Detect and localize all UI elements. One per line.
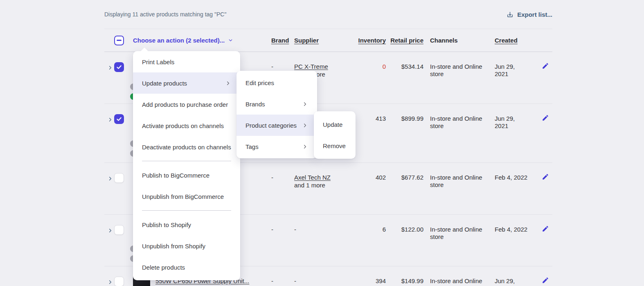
results-status-text: Displaying 11 active products matching t… xyxy=(104,11,226,18)
created-cell: Jun 29, 2021 xyxy=(495,266,539,286)
chevron-right-icon xyxy=(302,101,308,107)
row-checkbox-unchecked[interactable] xyxy=(114,277,124,286)
product-categories-submenu: Update Remove xyxy=(314,111,356,159)
pencil-icon xyxy=(542,114,550,122)
submenu-item-edit-prices[interactable]: Edit prices xyxy=(236,72,317,93)
edit-product-button[interactable] xyxy=(539,52,552,70)
retail-price-cell: $149.99 xyxy=(401,266,423,284)
choose-action-dropdown[interactable]: Choose an action (2 selected)... xyxy=(133,37,271,44)
edit-product-button[interactable] xyxy=(539,163,552,181)
column-header-channels: Channels xyxy=(423,37,495,44)
export-list-label: Export list... xyxy=(517,11,552,18)
menu-item-delete-products[interactable]: Delete products xyxy=(133,257,240,278)
menu-item-label: Update products xyxy=(142,80,187,87)
row-checkbox-checked[interactable] xyxy=(114,114,124,124)
inventory-cell: 6 xyxy=(383,215,386,233)
menu-item-print-labels[interactable]: Print Labels xyxy=(133,51,240,72)
supplier-link[interactable]: Axel Tech NZ xyxy=(294,174,331,181)
column-header-created[interactable]: Created xyxy=(495,37,539,44)
submenu-item-tags[interactable]: Tags xyxy=(236,136,317,157)
supplier-link[interactable]: PC X-Treme xyxy=(294,63,328,70)
submenu-item-brands[interactable]: Brands xyxy=(236,93,317,115)
products-page: Displaying 11 active products matching t… xyxy=(0,0,644,286)
created-cell: Feb 4, 2022 xyxy=(495,163,539,181)
created-cell: Jun 29, 2021 xyxy=(495,104,539,130)
created-cell: Feb 4, 2022 xyxy=(495,215,539,233)
toolbar: Displaying 11 active products matching t… xyxy=(104,0,552,29)
row-checkbox-unchecked[interactable] xyxy=(114,225,124,235)
menu-item-publish-bigcommerce[interactable]: Publish to BigCommerce xyxy=(133,164,240,186)
expand-row-chevron-icon[interactable] xyxy=(104,163,114,182)
row-checkbox-unchecked[interactable] xyxy=(114,173,124,183)
retail-price-cell: $677.62 xyxy=(401,163,423,181)
brand-cell: - xyxy=(271,215,294,233)
submenu-item-label: Brands xyxy=(245,101,265,108)
channels-cell: In-store and Online store xyxy=(423,104,495,130)
created-cell: Jun 29, 2021 xyxy=(495,52,539,78)
export-list-button[interactable]: Export list... xyxy=(507,11,552,18)
actions-dropdown-menu: Print Labels Update products Add product… xyxy=(133,51,240,280)
menu-item-deactivate-on-channels[interactable]: Deactivate products on channels xyxy=(133,136,240,158)
supplier-cell: - xyxy=(294,215,356,233)
column-header-retail-price[interactable]: Retail price xyxy=(390,37,423,44)
menu-item-add-to-purchase-order[interactable]: Add products to purchase order xyxy=(133,94,240,115)
brand-cell: - xyxy=(271,163,294,181)
menu-item-unpublish-shopify[interactable]: Unpublish from Shopify xyxy=(133,235,240,257)
chevron-right-icon xyxy=(302,122,308,128)
menu-item-publish-shopify[interactable]: Publish to Shopify xyxy=(133,214,240,235)
retail-price-cell: $899.99 xyxy=(401,104,423,122)
brand-cell: - xyxy=(271,266,294,285)
update-products-submenu: Edit prices Brands Product categories Ta… xyxy=(236,71,317,158)
inventory-cell: 394 xyxy=(376,266,386,284)
inventory-cell: 402 xyxy=(376,163,386,181)
menu-divider xyxy=(142,161,231,161)
edit-product-button[interactable] xyxy=(539,266,552,284)
retail-price-cell: $122.00 xyxy=(401,215,423,233)
brand-cell: - xyxy=(271,52,294,70)
menu-divider xyxy=(142,210,231,211)
channels-cell: In-store and Online store xyxy=(423,163,495,189)
edit-product-button[interactable] xyxy=(539,215,552,233)
column-header-inventory[interactable]: Inventory xyxy=(358,37,386,44)
pencil-icon xyxy=(542,225,550,232)
supplier-cell: - xyxy=(294,266,356,285)
choose-action-label: Choose an action (2 selected)... xyxy=(133,37,225,44)
menu-item-unpublish-bigcommerce[interactable]: Unpublish from BigCommerce xyxy=(133,186,240,207)
edit-product-button[interactable] xyxy=(539,104,552,122)
submenu-item-product-categories[interactable]: Product categories xyxy=(236,115,317,136)
expand-row-chevron-icon[interactable] xyxy=(104,104,114,123)
retail-price-cell: $534.14 xyxy=(401,52,423,70)
row-checkbox-checked[interactable] xyxy=(114,62,124,72)
column-header-brand[interactable]: Brand xyxy=(271,37,294,44)
supplier-cell: Axel Tech NZ and 1 more xyxy=(294,163,356,189)
supplier-more-text: and 1 more xyxy=(294,182,356,189)
pencil-icon xyxy=(542,277,550,284)
submenu-item-label: Product categories xyxy=(245,122,297,129)
chevron-right-icon xyxy=(225,80,231,86)
menu-item-activate-on-channels[interactable]: Activate products on channels xyxy=(133,115,240,136)
inventory-cell: 0 xyxy=(383,52,386,70)
expand-row-chevron-icon[interactable] xyxy=(104,52,114,71)
expand-row-chevron-icon[interactable] xyxy=(104,215,114,234)
channels-cell: In-store and Online store xyxy=(423,266,495,286)
inventory-cell: 413 xyxy=(376,104,386,122)
download-icon xyxy=(507,11,513,18)
column-header-supplier[interactable]: Supplier xyxy=(294,37,356,44)
expand-row-chevron-icon[interactable] xyxy=(104,266,114,285)
submenu-item-update[interactable]: Update xyxy=(314,114,356,135)
table-header-row: Choose an action (2 selected)... Brand S… xyxy=(104,29,552,52)
menu-item-update-products[interactable]: Update products xyxy=(133,72,240,94)
pencil-icon xyxy=(542,62,550,70)
submenu-item-label: Tags xyxy=(245,143,259,150)
indeterminate-mark xyxy=(117,40,122,41)
channels-cell: In-store and Online store xyxy=(423,215,495,241)
chevron-down-icon xyxy=(228,38,233,43)
chevron-right-icon xyxy=(302,144,308,150)
submenu-item-remove[interactable]: Remove xyxy=(314,135,356,156)
pencil-icon xyxy=(542,173,550,180)
channels-cell: In-store and Online store xyxy=(423,52,495,78)
select-all-checkbox[interactable] xyxy=(114,36,124,45)
